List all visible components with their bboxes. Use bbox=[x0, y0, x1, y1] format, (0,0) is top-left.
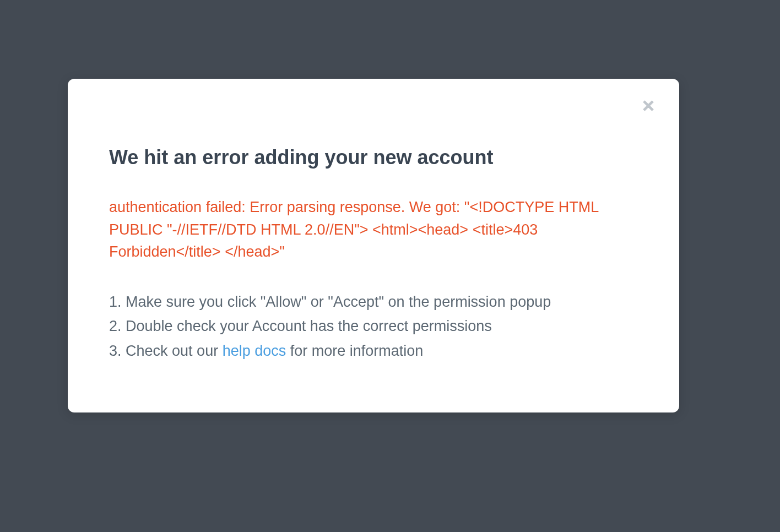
step-text-prefix: Check out our bbox=[126, 343, 223, 359]
list-item: Double check your Account has the correc… bbox=[109, 314, 638, 339]
close-icon bbox=[641, 98, 656, 115]
close-button[interactable] bbox=[638, 96, 658, 116]
error-modal: We hit an error adding your new account … bbox=[68, 79, 679, 412]
error-message: authentication failed: Error parsing res… bbox=[109, 196, 638, 263]
troubleshooting-steps: Make sure you click "Allow" or "Accept" … bbox=[109, 290, 638, 363]
help-docs-link[interactable]: help docs bbox=[223, 343, 286, 359]
list-item: Check out our help docs for more informa… bbox=[109, 339, 638, 363]
step-text-suffix: for more information bbox=[286, 343, 423, 359]
modal-title: We hit an error adding your new account bbox=[109, 145, 638, 170]
list-item: Make sure you click "Allow" or "Accept" … bbox=[109, 290, 638, 314]
